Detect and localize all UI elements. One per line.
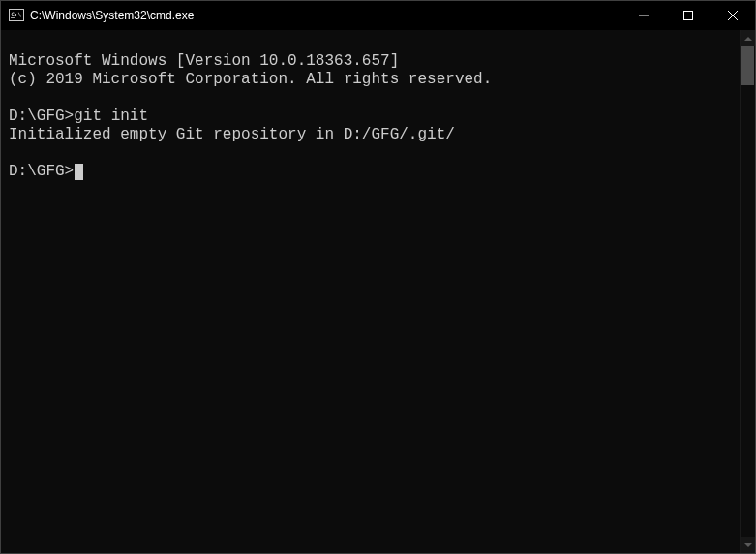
prompt-line: D:\GFG>git init [9,108,148,125]
maximize-button[interactable] [666,1,711,30]
output-line: Microsoft Windows [Version 10.0.18363.65… [9,52,399,70]
scroll-down-button[interactable] [741,537,755,553]
svg-rect-4 [684,12,693,20]
prompt-line: D:\GFG> [9,163,83,180]
output-line: (c) 2019 Microsoft Corporation. All righ… [9,71,492,88]
titlebar-drag-region[interactable] [194,1,621,30]
command-text: git init [74,108,148,125]
vertical-scrollbar[interactable] [740,30,755,553]
titlebar[interactable]: C:\ C:\Windows\System32\cmd.exe [1,1,755,30]
prompt: D:\GFG> [9,108,74,125]
client-area: Microsoft Windows [Version 10.0.18363.65… [1,30,755,553]
prompt: D:\GFG> [9,163,74,180]
cursor [75,164,83,180]
cmd-icon: C:\ [9,8,24,23]
window-title: C:\Windows\System32\cmd.exe [30,9,194,22]
close-button[interactable] [711,1,755,30]
scroll-up-button[interactable] [741,30,755,46]
cmd-window: C:\ C:\Windows\System32\cmd.exe Microsof… [0,0,756,554]
scrollbar-thumb[interactable] [741,46,754,85]
terminal-output[interactable]: Microsoft Windows [Version 10.0.18363.65… [1,30,740,553]
window-controls [621,1,755,30]
minimize-button[interactable] [621,1,666,30]
output-line: Initialized empty Git repository in D:/G… [9,126,455,143]
scrollbar-track[interactable] [741,46,755,537]
svg-text:C:\: C:\ [11,11,21,17]
